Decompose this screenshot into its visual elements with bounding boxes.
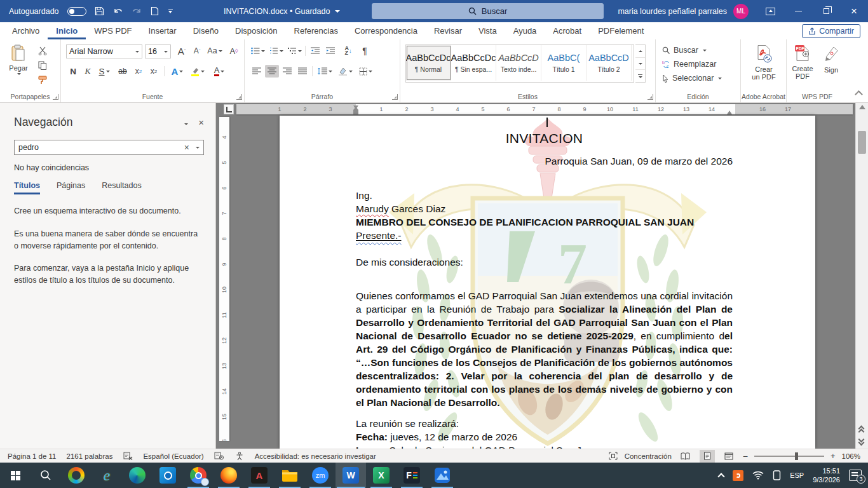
wps-create-pdf-button[interactable]: PDF Create PDF bbox=[788, 44, 817, 80]
align-right-icon[interactable] bbox=[280, 65, 294, 78]
change-case-icon[interactable]: Aa bbox=[208, 44, 222, 57]
zoom-button[interactable]: zm bbox=[305, 463, 336, 488]
styles-scroll-down-icon[interactable] bbox=[635, 57, 645, 71]
grow-font-icon[interactable]: Aˆ bbox=[175, 44, 189, 57]
text-effects-icon[interactable]: A bbox=[168, 65, 187, 78]
font-name-combobox[interactable]: Arial Narrow bbox=[66, 44, 142, 58]
customize-qat-icon[interactable] bbox=[168, 10, 173, 13]
left-indent-marker[interactable] bbox=[353, 110, 358, 114]
user-name[interactable]: maria lourdes peñafiel parrales bbox=[618, 7, 727, 16]
word-button[interactable]: W bbox=[336, 463, 366, 488]
show-marks-icon[interactable]: ¶ bbox=[358, 44, 372, 57]
save-icon[interactable] bbox=[95, 6, 105, 17]
highlight-color-icon[interactable] bbox=[188, 65, 207, 78]
ribbon-tab[interactable]: Archivo bbox=[4, 22, 48, 39]
zoom-in-icon[interactable]: + bbox=[831, 451, 836, 461]
paragraph-dialog-launcher[interactable] bbox=[392, 94, 398, 100]
language-indicator[interactable]: Español (Ecuador) bbox=[143, 452, 203, 460]
restore-button[interactable] bbox=[812, 0, 840, 22]
editor-icon[interactable] bbox=[214, 451, 224, 461]
word-count[interactable]: 2161 palabras bbox=[67, 452, 113, 460]
align-left-icon[interactable] bbox=[250, 65, 264, 78]
format-painter-icon[interactable] bbox=[36, 74, 50, 86]
styles-dialog-launcher[interactable] bbox=[648, 94, 653, 100]
style-card[interactable]: AaBbCcD Título 2 bbox=[587, 45, 632, 81]
multilevel-list-icon[interactable] bbox=[287, 44, 303, 57]
minimize-button[interactable] bbox=[784, 0, 812, 22]
ribbon-tab[interactable]: Diseño bbox=[185, 22, 227, 39]
ribbon-tab[interactable]: WPS PDF bbox=[86, 22, 140, 39]
right-indent-marker[interactable] bbox=[727, 111, 732, 114]
ribbon-tab[interactable]: Disposición bbox=[227, 22, 285, 39]
document-title[interactable]: INVITACION.docx • Guardado bbox=[224, 0, 340, 22]
font-color-icon[interactable]: A bbox=[210, 65, 229, 78]
line-spacing-icon[interactable] bbox=[316, 65, 334, 78]
styles-more-icon[interactable] bbox=[635, 70, 645, 82]
title-dropdown-icon[interactable] bbox=[335, 10, 340, 13]
style-card[interactable]: AaBbC( Título 1 bbox=[541, 45, 587, 81]
print-layout-icon[interactable] bbox=[700, 450, 715, 463]
decrease-indent-icon[interactable] bbox=[308, 44, 322, 57]
page-indicator[interactable]: Página 1 de 11 bbox=[8, 452, 57, 460]
focus-mode-icon[interactable] bbox=[608, 451, 618, 461]
firefox-button[interactable] bbox=[214, 463, 244, 488]
cut-icon[interactable] bbox=[36, 44, 50, 57]
wps-sign-button[interactable]: Sign bbox=[818, 44, 844, 74]
notification-center-icon[interactable]: 3 bbox=[849, 470, 862, 481]
hidden-icons-chevron[interactable] bbox=[717, 473, 724, 480]
file-explorer-button[interactable] bbox=[275, 463, 305, 488]
horizontal-ruler[interactable]: 321 1234567891011121314 1617 bbox=[236, 104, 853, 114]
photos-button[interactable] bbox=[427, 463, 458, 488]
ribbon-display-options-button[interactable] bbox=[756, 0, 784, 22]
navigation-tab[interactable]: Páginas bbox=[57, 181, 85, 194]
bold-icon[interactable]: N bbox=[66, 65, 80, 78]
zoom-level[interactable]: 106% bbox=[842, 452, 860, 460]
start-button[interactable] bbox=[0, 463, 31, 488]
wifi-icon[interactable] bbox=[752, 471, 764, 480]
sort-icon[interactable]: AZ↓ bbox=[341, 44, 355, 57]
copy-icon[interactable] bbox=[36, 59, 50, 72]
numbering-icon[interactable] bbox=[268, 44, 285, 57]
accessibility-icon[interactable] bbox=[234, 451, 245, 461]
proofing-errors-icon[interactable] bbox=[123, 451, 133, 461]
share-button[interactable]: Compartir bbox=[802, 24, 860, 38]
superscript-icon[interactable]: x2 bbox=[147, 65, 161, 78]
scrollbar-thumb[interactable] bbox=[858, 131, 866, 154]
ribbon-tab[interactable]: PDFelement bbox=[590, 22, 652, 39]
shading-icon[interactable] bbox=[336, 65, 354, 78]
subscript-icon[interactable]: x2 bbox=[132, 65, 146, 78]
ribbon-tab[interactable]: Referencias bbox=[286, 22, 346, 39]
acrobat-reader-button[interactable]: A bbox=[244, 463, 275, 488]
ribbon-tab[interactable]: Inicio bbox=[48, 22, 86, 39]
increase-indent-icon[interactable] bbox=[323, 44, 337, 57]
align-center-icon[interactable] bbox=[265, 65, 279, 78]
focus-mode-label[interactable]: Concentración bbox=[625, 452, 672, 460]
clipboard-dialog-launcher[interactable] bbox=[53, 94, 58, 100]
zoom-out-icon[interactable]: − bbox=[743, 451, 748, 461]
web-layout-icon[interactable] bbox=[721, 450, 736, 463]
search-options-icon[interactable] bbox=[196, 147, 200, 149]
tab-selector[interactable] bbox=[224, 104, 234, 114]
autosave-toggle[interactable] bbox=[67, 7, 86, 16]
underline-icon[interactable]: S bbox=[95, 65, 113, 78]
close-button[interactable]: × bbox=[840, 0, 868, 22]
ribbon-tab[interactable]: Vista bbox=[470, 22, 505, 39]
chrome-button[interactable] bbox=[183, 463, 214, 488]
styles-scroll-up-icon[interactable] bbox=[635, 45, 645, 57]
create-pdf-acrobat-button[interactable]: Crear un PDF bbox=[747, 44, 780, 81]
redo-icon[interactable] bbox=[132, 6, 142, 17]
style-card[interactable]: AaBbCcDc ¶ Normal bbox=[406, 45, 451, 81]
taskbar-search-button[interactable] bbox=[31, 463, 61, 488]
clear-formatting-icon[interactable]: A◊ bbox=[227, 44, 241, 57]
strikethrough-icon[interactable]: ab bbox=[116, 65, 130, 78]
keyboard-language[interactable]: ESP bbox=[790, 471, 804, 479]
find-button[interactable]: Buscar bbox=[662, 46, 707, 55]
new-document-icon[interactable] bbox=[150, 6, 160, 17]
paste-button[interactable]: Pegar bbox=[5, 44, 32, 75]
navigation-tab[interactable]: Resultados bbox=[102, 181, 142, 194]
internet-explorer-button[interactable]: e bbox=[92, 463, 122, 488]
navigation-search-input[interactable]: pedro × bbox=[14, 140, 204, 155]
zoom-slider-thumb[interactable] bbox=[795, 452, 798, 460]
accessibility-status[interactable]: Accesibilidad: es necesario investigar bbox=[255, 452, 376, 460]
select-button[interactable]: Seleccionar bbox=[662, 74, 722, 83]
